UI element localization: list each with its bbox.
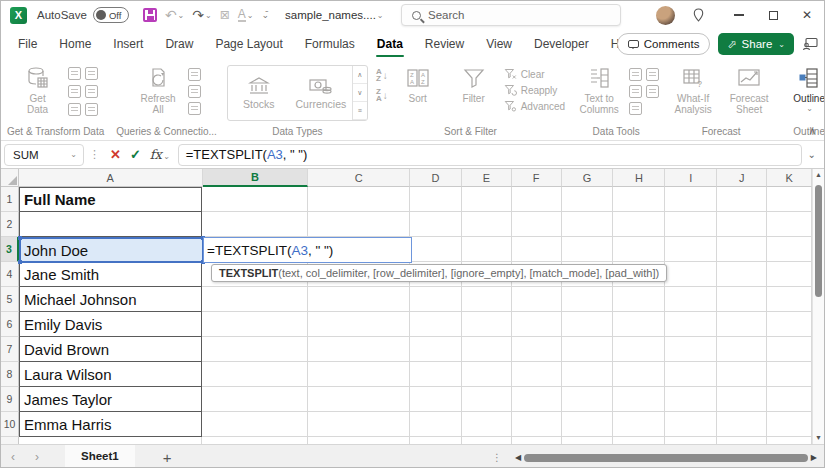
cell-A4[interactable]: Jane Smith xyxy=(19,262,203,287)
column-header-F[interactable]: F xyxy=(512,169,562,187)
cell-J8[interactable] xyxy=(717,362,767,387)
vertical-scroll-thumb[interactable] xyxy=(815,185,822,297)
cell-D6[interactable] xyxy=(410,312,462,337)
user-avatar[interactable] xyxy=(656,6,675,25)
cell-C10[interactable] xyxy=(308,412,410,437)
font-color-button[interactable]: A⌄ xyxy=(236,8,256,22)
cell-A1[interactable]: Full Name xyxy=(19,187,203,212)
cell-H5[interactable] xyxy=(613,287,665,312)
sort-button[interactable]: ZAAZ Sort xyxy=(392,64,444,104)
sheet-nav-left-icon[interactable]: ‹ xyxy=(1,450,25,464)
cell-G11[interactable] xyxy=(562,437,614,444)
cell-J5[interactable] xyxy=(717,287,767,312)
cell-K9[interactable] xyxy=(767,387,812,412)
cell-I4[interactable] xyxy=(665,262,717,287)
pin-icon[interactable] xyxy=(693,8,704,22)
consolidate-icon[interactable] xyxy=(646,68,659,81)
cell-I11[interactable] xyxy=(665,437,717,444)
share-button[interactable]: ⬀ Share ⌄ xyxy=(718,33,794,55)
cell-H2[interactable] xyxy=(613,212,665,237)
cell-B2[interactable] xyxy=(202,212,308,237)
cell-A2[interactable] xyxy=(19,212,203,237)
sheet-tab-sheet1[interactable]: Sheet1 xyxy=(65,445,135,468)
cell-G3[interactable] xyxy=(562,237,614,262)
cell-D3[interactable] xyxy=(410,237,462,262)
cell-C1[interactable] xyxy=(308,187,410,212)
get-data-mini-buttons[interactable] xyxy=(68,67,100,119)
cell-D8[interactable] xyxy=(410,362,462,387)
column-header-D[interactable]: D xyxy=(410,169,462,187)
cell-I6[interactable] xyxy=(665,312,717,337)
expand-formula-bar-button[interactable]: ⌄ xyxy=(808,149,816,160)
range-handle-icon[interactable] xyxy=(18,260,22,264)
from-database-icon[interactable] xyxy=(68,85,81,98)
gallery-up-icon[interactable]: ∧ xyxy=(353,66,367,84)
scroll-right-icon[interactable]: ▶ xyxy=(808,453,820,462)
sheet-grid[interactable]: ABCDEFGHIJK1Full Name23John Doe4Jane Smi… xyxy=(1,169,812,444)
row-header-3[interactable]: 3 xyxy=(1,237,19,262)
stocks-button[interactable]: Stocks xyxy=(228,66,290,120)
remove-duplicates-icon[interactable] xyxy=(629,85,642,98)
row-header-9[interactable]: 9 xyxy=(1,387,19,412)
search-input[interactable]: Search xyxy=(401,4,621,26)
cell-E10[interactable] xyxy=(462,412,512,437)
cell-F7[interactable] xyxy=(512,337,562,362)
cell-G8[interactable] xyxy=(562,362,614,387)
cell-E8[interactable] xyxy=(462,362,512,387)
cell-D11[interactable] xyxy=(410,437,462,444)
clear-filter-button[interactable]: Clear xyxy=(504,68,565,80)
row-header-10[interactable]: 10 xyxy=(1,412,19,437)
cell-K10[interactable] xyxy=(767,412,812,437)
cell-H10[interactable] xyxy=(613,412,665,437)
advanced-filter-button[interactable]: Advanced xyxy=(504,100,565,112)
cell-J7[interactable] xyxy=(717,337,767,362)
cell-H8[interactable] xyxy=(613,362,665,387)
cell-G9[interactable] xyxy=(562,387,614,412)
cell-J2[interactable] xyxy=(717,212,767,237)
formula-bar-drag-dots[interactable]: ⋮ xyxy=(89,148,101,161)
cell-J11[interactable] xyxy=(717,437,767,444)
row-header-2[interactable]: 2 xyxy=(1,212,19,237)
flash-fill-icon[interactable] xyxy=(629,68,642,81)
cell-I3[interactable] xyxy=(665,237,717,262)
tab-page-layout[interactable]: Page Layout xyxy=(204,29,293,59)
cell-A5[interactable]: Michael Johnson xyxy=(19,287,203,312)
document-title[interactable]: sample_names.... xyxy=(285,9,376,21)
cell-G1[interactable] xyxy=(562,187,614,212)
scroll-up-icon[interactable]: ▲ xyxy=(815,169,822,181)
editing-cell-B3[interactable]: =TEXTSPLIT(A3, " ") xyxy=(203,237,412,263)
cell-D1[interactable] xyxy=(410,187,462,212)
row-header-8[interactable]: 8 xyxy=(1,362,19,387)
tab-review[interactable]: Review xyxy=(414,29,475,59)
cell-H9[interactable] xyxy=(613,387,665,412)
cell-E6[interactable] xyxy=(462,312,512,337)
currencies-button[interactable]: Currencies xyxy=(290,66,352,120)
tab-developer[interactable]: Developer xyxy=(523,29,600,59)
cell-K6[interactable] xyxy=(767,312,812,337)
cell-I1[interactable] xyxy=(665,187,717,212)
sort-ascending-button[interactable]: AZ↓ xyxy=(376,68,388,82)
cell-C6[interactable] xyxy=(308,312,410,337)
cell-E11[interactable] xyxy=(462,437,512,444)
column-header-A[interactable]: A xyxy=(19,169,203,187)
cell-G6[interactable] xyxy=(562,312,614,337)
tab-file[interactable]: File xyxy=(7,29,48,59)
cell-F10[interactable] xyxy=(512,412,562,437)
row-header-11[interactable]: 11 xyxy=(1,437,19,444)
customize-qat-button[interactable]: ⌄̄ xyxy=(260,10,272,20)
tab-insert[interactable]: Insert xyxy=(102,29,154,59)
cell-A11[interactable] xyxy=(19,437,203,444)
cell-B10[interactable] xyxy=(202,412,308,437)
horizontal-scrollbar[interactable]: ◀ ▶ xyxy=(512,453,820,462)
cell-E7[interactable] xyxy=(462,337,512,362)
column-header-J[interactable]: J xyxy=(717,169,767,187)
cell-F5[interactable] xyxy=(512,287,562,312)
column-header-G[interactable]: G xyxy=(562,169,614,187)
cell-E5[interactable] xyxy=(462,287,512,312)
tab-data[interactable]: Data xyxy=(366,29,414,59)
range-handle-icon[interactable] xyxy=(18,236,22,240)
cell-J10[interactable] xyxy=(717,412,767,437)
cell-A6[interactable]: Emily Davis xyxy=(19,312,203,337)
cell-A9[interactable]: James Taylor xyxy=(19,387,203,412)
gallery-scrollbar[interactable]: ∧ ∨ ≡ xyxy=(352,66,367,120)
